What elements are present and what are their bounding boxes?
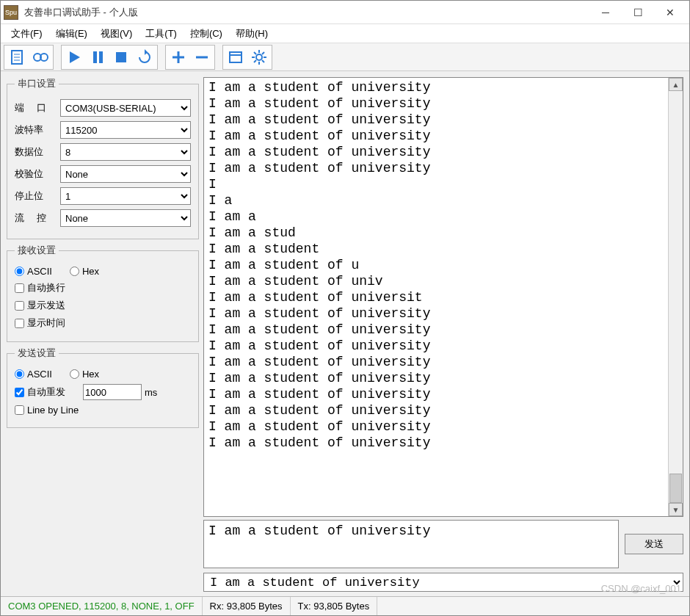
- menu-bar: 文件(F) 编辑(E) 视图(V) 工具(T) 控制(C) 帮助(H): [1, 24, 689, 43]
- title-bar: Spu 友善串口调试助手 - 个人版 ─ ☐ ✕: [1, 1, 689, 24]
- toolbar: [1, 43, 689, 71]
- port-label: 端 口: [15, 101, 57, 115]
- svg-line-24: [262, 52, 264, 54]
- scroll-down-icon[interactable]: ▼: [669, 503, 683, 516]
- send-input[interactable]: [203, 520, 619, 568]
- stopbits-label: 停止位: [15, 189, 57, 203]
- window-icon[interactable]: [224, 46, 247, 68]
- recv-settings-group: 接收设置 ASCII Hex 自动换行 显示发送 显示时间: [7, 244, 199, 342]
- receive-area: I am a student of university I am a stud…: [203, 77, 683, 517]
- serial-settings-legend: 串口设置: [15, 77, 59, 90]
- send-ascii-radio[interactable]: ASCII: [15, 369, 52, 380]
- menu-view[interactable]: 视图(V): [95, 26, 138, 42]
- send-hex-radio[interactable]: Hex: [70, 369, 99, 380]
- send-button[interactable]: 发送: [625, 534, 683, 554]
- showsend-checkbox[interactable]: 显示发送: [15, 299, 65, 312]
- minimize-button[interactable]: ─: [589, 1, 622, 23]
- resend-interval-input[interactable]: [83, 384, 142, 400]
- status-bar: COM3 OPENED, 115200, 8, NONE, 1, OFF Rx:…: [1, 596, 689, 615]
- svg-rect-14: [230, 52, 242, 62]
- new-file-icon[interactable]: [5, 46, 29, 68]
- svg-point-16: [256, 54, 262, 60]
- menu-help[interactable]: 帮助(H): [230, 26, 274, 42]
- baud-label: 波特率: [15, 123, 57, 137]
- svg-rect-8: [99, 51, 103, 63]
- pause-icon[interactable]: [86, 46, 109, 68]
- window-title: 友善串口调试助手 - 个人版: [24, 6, 589, 19]
- svg-marker-10: [145, 49, 148, 55]
- scroll-up-icon[interactable]: ▲: [669, 78, 683, 91]
- close-button[interactable]: ✕: [654, 1, 686, 23]
- scroll-thumb[interactable]: [669, 474, 682, 503]
- showtime-checkbox[interactable]: 显示时间: [15, 316, 65, 330]
- autowrap-checkbox[interactable]: 自动换行: [15, 281, 65, 294]
- menu-edit[interactable]: 编辑(E): [50, 26, 93, 42]
- status-rx: Rx: 93,805 Bytes: [203, 597, 291, 615]
- menu-file[interactable]: 文件(F): [5, 26, 48, 42]
- send-history-select[interactable]: I am a student of university: [203, 573, 683, 592]
- svg-line-23: [254, 60, 256, 62]
- interval-unit: ms: [145, 387, 157, 398]
- baud-select[interactable]: 115200: [60, 121, 191, 139]
- svg-marker-6: [70, 51, 80, 63]
- serial-settings-group: 串口设置 端 口COM3(USB-SERIAL) 波特率115200 数据位8 …: [7, 77, 199, 239]
- menu-tools[interactable]: 工具(T): [139, 26, 183, 42]
- menu-control[interactable]: 控制(C): [184, 26, 228, 42]
- flow-select[interactable]: None: [60, 209, 191, 227]
- stop-icon[interactable]: [109, 46, 133, 68]
- plus-icon[interactable]: [167, 46, 190, 68]
- databits-label: 数据位: [15, 145, 57, 159]
- send-settings-legend: 发送设置: [15, 347, 59, 360]
- flow-label: 流 控: [15, 211, 57, 225]
- svg-line-22: [262, 60, 264, 62]
- parity-label: 校验位: [15, 167, 57, 181]
- refresh-icon[interactable]: [133, 46, 156, 68]
- status-tx: Tx: 93,805 Bytes: [291, 597, 378, 615]
- recv-ascii-radio[interactable]: ASCII: [15, 266, 52, 277]
- play-icon[interactable]: [62, 46, 86, 68]
- svg-rect-7: [93, 51, 97, 63]
- receive-text[interactable]: I am a student of university I am a stud…: [204, 78, 668, 516]
- rx-scrollbar[interactable]: ▲ ▼: [668, 78, 683, 516]
- minus-icon[interactable]: [190, 46, 214, 68]
- send-settings-group: 发送设置 ASCII Hex 自动重发 ms Line by Line: [7, 347, 199, 428]
- gear-icon[interactable]: [247, 46, 271, 68]
- stopbits-select[interactable]: 1: [60, 187, 191, 205]
- maximize-button[interactable]: ☐: [622, 1, 654, 23]
- svg-line-21: [254, 52, 256, 54]
- recv-settings-legend: 接收设置: [15, 244, 59, 257]
- autoresend-checkbox[interactable]: 自动重发: [15, 385, 65, 399]
- databits-select[interactable]: 8: [60, 143, 191, 161]
- parity-select[interactable]: None: [60, 165, 191, 183]
- recv-hex-radio[interactable]: Hex: [70, 266, 99, 277]
- port-select[interactable]: COM3(USB-SERIAL): [60, 99, 191, 117]
- status-connection: COM3 OPENED, 115200, 8, NONE, 1, OFF: [1, 597, 203, 615]
- linebyline-checkbox[interactable]: Line by Line: [15, 405, 79, 416]
- app-icon: Spu: [4, 5, 18, 20]
- record-icon[interactable]: [29, 46, 52, 68]
- svg-rect-9: [116, 52, 126, 62]
